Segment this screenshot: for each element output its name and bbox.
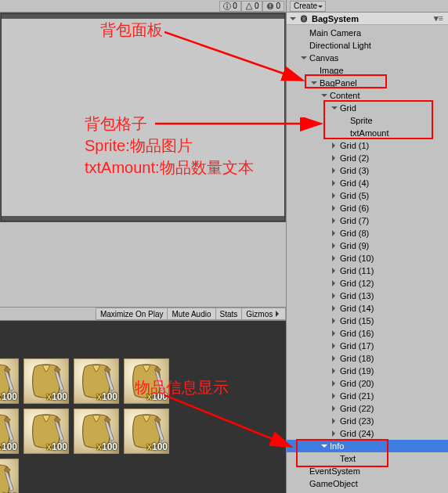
tree-row[interactable]: Grid (8)	[287, 227, 448, 239]
tree-row[interactable]: Grid (5)	[287, 189, 448, 202]
tree-row[interactable]: Grid (10)	[287, 252, 448, 264]
bag-item[interactable]: x100	[0, 459, 19, 493]
tree-row[interactable]: Grid (18)	[287, 352, 448, 365]
tree-row[interactable]: Grid (7)	[287, 214, 448, 227]
scene-view[interactable]	[0, 13, 286, 222]
tree-row[interactable]: Grid (15)	[287, 315, 448, 327]
expand-icon[interactable]	[331, 230, 338, 236]
tree-row[interactable]: Grid (2)	[287, 152, 448, 164]
expand-icon[interactable]	[300, 55, 308, 61]
tree-row[interactable]: Grid (11)	[287, 264, 448, 277]
expand-icon[interactable]	[331, 180, 338, 186]
tree-row[interactable]: BagPanel	[287, 77, 448, 89]
tree-row[interactable]: Grid (20)	[287, 377, 448, 390]
expand-icon[interactable]	[331, 142, 338, 149]
expand-icon[interactable]	[331, 405, 338, 412]
expand-icon[interactable]	[331, 280, 338, 286]
warn-count: 0	[255, 2, 259, 10]
expand-icon[interactable]	[331, 355, 338, 362]
info-stat[interactable]: 0	[219, 1, 241, 12]
tree-row[interactable]: Image	[287, 64, 448, 77]
scene-menu-icon[interactable]: ▾≡	[434, 13, 448, 23]
expand-icon[interactable]	[331, 268, 338, 274]
bag-item[interactable]: x100	[124, 408, 169, 454]
expand-icon[interactable]	[331, 418, 338, 424]
tree-row[interactable]: Grid (14)	[287, 302, 448, 315]
bag-item[interactable]: x100	[0, 408, 19, 454]
scene-header[interactable]: BagSystem ▾≡	[287, 13, 448, 25]
scene-canvas[interactable]	[2, 14, 284, 221]
expand-icon[interactable]	[331, 330, 338, 336]
bag-item-amount: x100	[96, 391, 117, 402]
tree-row[interactable]: Grid (22)	[287, 402, 448, 415]
expand-icon[interactable]	[331, 193, 338, 199]
tree-row[interactable]: Grid (13)	[287, 290, 448, 302]
tree-row[interactable]: Grid (21)	[287, 390, 448, 402]
tree-row[interactable]: Grid (23)	[287, 415, 448, 427]
tree-row[interactable]: Grid (12)	[287, 277, 448, 290]
tree-row[interactable]: Main Camera	[287, 27, 448, 39]
expand-icon[interactable]	[331, 305, 338, 311]
tree-row[interactable]: Grid (9)	[287, 239, 448, 252]
bag-item[interactable]: x100	[74, 408, 119, 454]
expand-icon[interactable]	[331, 243, 338, 249]
tree-label: Grid (7)	[338, 216, 369, 225]
tree-row[interactable]: Info	[287, 440, 448, 452]
tree-row[interactable]: Grid (16)	[287, 327, 448, 340]
tree-row[interactable]: Grid (24)	[287, 427, 448, 440]
stats-button[interactable]: Stats	[216, 308, 243, 320]
tree-row[interactable]: Sprite	[287, 114, 448, 127]
gizmos-button[interactable]: Gizmos	[242, 308, 286, 320]
expand-icon[interactable]	[331, 218, 338, 224]
tree-label: Grid (24)	[338, 429, 374, 438]
expand-icon[interactable]	[331, 205, 338, 211]
tree-row[interactable]: txtAmount	[287, 127, 448, 139]
bag-item[interactable]: x100	[124, 358, 169, 404]
bag-item[interactable]: x100	[23, 358, 69, 404]
expand-icon[interactable]	[331, 318, 338, 324]
panel-gap	[0, 222, 286, 297]
bag-item[interactable]: x100	[23, 408, 69, 454]
expand-icon[interactable]	[331, 105, 338, 111]
tree-row[interactable]: Grid (1)	[287, 139, 448, 152]
expand-icon[interactable]	[310, 80, 318, 86]
tree-row[interactable]: Canvas	[287, 52, 448, 64]
expand-icon[interactable]	[331, 343, 338, 349]
tree-row[interactable]: Grid (17)	[287, 340, 448, 352]
bag-item[interactable]: x100	[0, 358, 19, 404]
expand-icon[interactable]	[331, 255, 338, 261]
tree-row[interactable]: Content	[287, 89, 448, 102]
expand-icon[interactable]	[331, 293, 338, 299]
bag-item-amount: x100	[46, 391, 67, 402]
tree-row[interactable]: Grid (6)	[287, 202, 448, 214]
expand-icon[interactable]	[331, 167, 338, 174]
tree-row[interactable]: Grid (4)	[287, 177, 448, 189]
expand-icon[interactable]	[320, 92, 328, 99]
tree-row[interactable]: Grid (3)	[287, 164, 448, 177]
tree-row[interactable]: Directional Light	[287, 39, 448, 52]
stats-label: Stats	[220, 310, 238, 318]
expand-icon[interactable]	[331, 155, 338, 161]
tree-row[interactable]: GameObject	[287, 477, 448, 490]
expand-icon[interactable]	[331, 368, 338, 374]
err-count: 0	[276, 2, 280, 10]
tree-row[interactable]: Text	[287, 452, 448, 465]
create-dropdown[interactable]: Create	[290, 1, 326, 12]
svg-rect-4	[270, 4, 271, 7]
expand-icon[interactable]	[331, 393, 338, 399]
expand-icon[interactable]	[320, 443, 328, 449]
game-view[interactable]: x100 x100 x100 x100 x100 x100 x100 x100 …	[0, 321, 286, 493]
maximize-on-play-button[interactable]: Maximize On Play	[96, 308, 168, 320]
warn-stat[interactable]: 0	[241, 1, 263, 12]
expand-icon[interactable]	[331, 430, 338, 437]
info-icon	[223, 2, 231, 10]
bag-item[interactable]: x100	[74, 358, 119, 404]
tree-label: Image	[318, 66, 344, 75]
expand-icon[interactable]	[331, 380, 338, 387]
err-stat[interactable]: 0	[262, 1, 284, 12]
tree-row[interactable]: EventSystem	[287, 465, 448, 477]
tree-row[interactable]: Grid (19)	[287, 365, 448, 377]
mute-audio-button[interactable]: Mute Audio	[168, 308, 215, 320]
tree-row[interactable]: Grid	[287, 102, 448, 114]
hierarchy-tree[interactable]: Main CameraDirectional LightCanvasImageB…	[287, 25, 448, 493]
